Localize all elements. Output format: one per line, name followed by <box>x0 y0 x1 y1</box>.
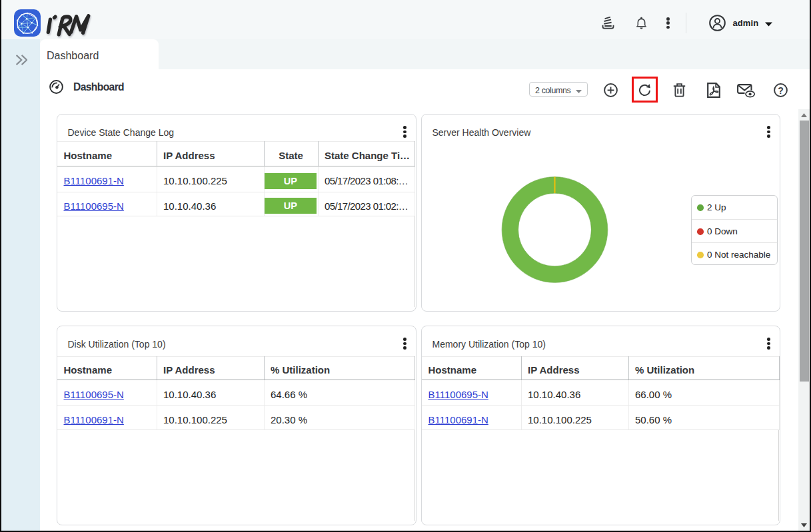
svg-text:?: ? <box>778 85 784 95</box>
